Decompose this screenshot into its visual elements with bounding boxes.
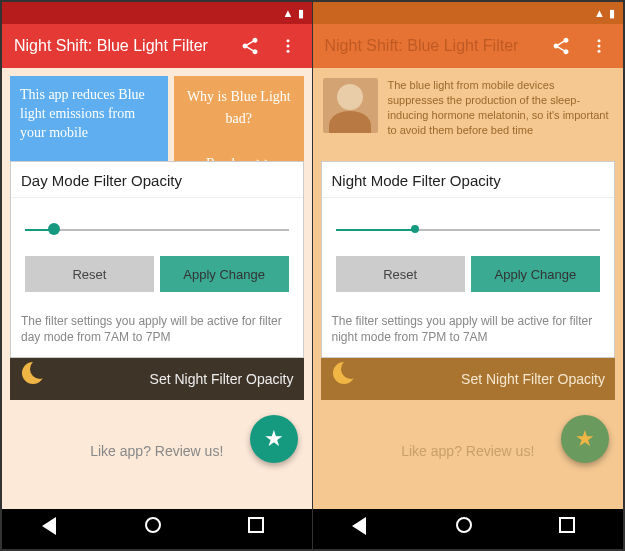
opacity-slider[interactable] bbox=[25, 220, 289, 238]
promo-card-why[interactable]: Why is Blue Light bad? Read on >> bbox=[174, 76, 303, 163]
nav-back-button[interactable] bbox=[352, 517, 376, 541]
avatar-image bbox=[323, 78, 378, 133]
nav-home-button[interactable] bbox=[145, 517, 169, 541]
apply-button[interactable]: Apply Change bbox=[471, 256, 600, 292]
app-bar: Night Shift: Blue Light Filter bbox=[2, 24, 312, 68]
overflow-menu-icon[interactable] bbox=[587, 34, 611, 58]
nav-recent-button[interactable] bbox=[248, 517, 272, 541]
svg-point-4 bbox=[598, 45, 601, 48]
status-bar: ▲ ▮ bbox=[2, 2, 312, 24]
signal-icon: ▲ bbox=[594, 7, 605, 19]
moon-icon bbox=[22, 362, 44, 384]
battery-icon: ▮ bbox=[298, 7, 304, 20]
promo-info-text: The blue light from mobile devices suppr… bbox=[388, 78, 614, 163]
fab-star-button[interactable]: ★ bbox=[561, 415, 609, 463]
apply-button[interactable]: Apply Change bbox=[160, 256, 289, 292]
night-bar-label: Set Night Filter Opacity bbox=[150, 371, 294, 387]
night-filter-bar[interactable]: Set Night Filter Opacity bbox=[10, 358, 304, 400]
reset-button[interactable]: Reset bbox=[25, 256, 154, 292]
signal-icon: ▲ bbox=[283, 7, 294, 19]
app-bar: Night Shift: Blue Light Filter bbox=[313, 24, 624, 68]
slider-thumb[interactable] bbox=[411, 225, 419, 233]
opacity-card: Day Mode Filter Opacity Reset Apply Chan… bbox=[10, 161, 304, 358]
moon-icon bbox=[333, 362, 355, 384]
slider-fill bbox=[336, 229, 415, 231]
promo-why-title: Why is Blue Light bad? bbox=[184, 86, 293, 131]
app-title: Night Shift: Blue Light Filter bbox=[14, 37, 224, 55]
nav-recent-button[interactable] bbox=[559, 517, 583, 541]
fab-star-button[interactable]: ★ bbox=[250, 415, 298, 463]
star-icon: ★ bbox=[264, 426, 284, 452]
slider-thumb[interactable] bbox=[48, 223, 60, 235]
nav-back-button[interactable] bbox=[42, 517, 66, 541]
nav-home-button[interactable] bbox=[456, 517, 480, 541]
card-title: Night Mode Filter Opacity bbox=[322, 162, 615, 198]
svg-point-1 bbox=[286, 45, 289, 48]
battery-icon: ▮ bbox=[609, 7, 615, 20]
app-title: Night Shift: Blue Light Filter bbox=[325, 37, 536, 55]
slider-track bbox=[25, 229, 289, 231]
share-icon[interactable] bbox=[549, 34, 573, 58]
svg-point-5 bbox=[598, 50, 601, 53]
promo-card-reduces: This app reduces Blue light emissions fr… bbox=[10, 76, 168, 163]
svg-point-3 bbox=[598, 39, 601, 42]
status-bar: ▲ ▮ bbox=[313, 2, 624, 24]
night-bar-label: Set Night Filter Opacity bbox=[461, 371, 605, 387]
night-filter-bar[interactable]: Set Night Filter Opacity bbox=[321, 358, 616, 400]
star-icon: ★ bbox=[575, 426, 595, 452]
share-icon[interactable] bbox=[238, 34, 262, 58]
android-nav-bar bbox=[313, 509, 624, 549]
opacity-slider[interactable] bbox=[336, 220, 601, 238]
svg-point-2 bbox=[286, 50, 289, 53]
reset-button[interactable]: Reset bbox=[336, 256, 465, 292]
card-title: Day Mode Filter Opacity bbox=[11, 162, 303, 198]
card-footer-text: The filter settings you apply will be ac… bbox=[11, 304, 303, 357]
opacity-card: Night Mode Filter Opacity Reset Apply Ch… bbox=[321, 161, 616, 358]
svg-point-0 bbox=[286, 39, 289, 42]
card-footer-text: The filter settings you apply will be ac… bbox=[322, 304, 615, 357]
overflow-menu-icon[interactable] bbox=[276, 34, 300, 58]
android-nav-bar bbox=[2, 509, 312, 549]
